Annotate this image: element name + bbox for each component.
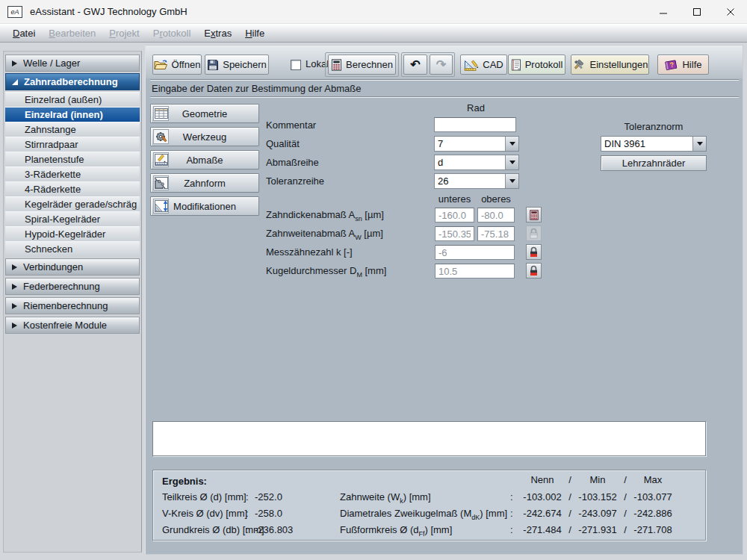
help-button[interactable]: ? Hilfe xyxy=(657,55,709,75)
section-title: Eingabe der Daten zur Bestimmung der Abm… xyxy=(152,83,361,94)
dropdown-button[interactable] xyxy=(505,174,518,188)
qualitaet-select[interactable]: 7 xyxy=(434,136,519,152)
zahnweitenabmass-label: Zahnweitenabmaß AW [µm] xyxy=(266,228,383,239)
collapse-arrow-icon xyxy=(12,323,17,329)
kugeldurchmesser-label: Kugeldurchmesser DM [mm] xyxy=(266,265,386,276)
sidebar-item-spiral-kegelraeder[interactable]: Spiral-Kegelräder xyxy=(5,211,140,226)
undo-button[interactable]: ↶ xyxy=(403,55,427,75)
settings-button[interactable]: Einstellungen xyxy=(571,55,649,75)
collapse-arrow-icon xyxy=(12,284,17,290)
column-header-rad: Rad xyxy=(434,102,518,113)
column-header-unteres: unteres xyxy=(435,193,474,205)
toleranznorm-label: Toleranznorm xyxy=(601,121,707,132)
zahnform-button[interactable]: Zahnform xyxy=(150,173,259,193)
measure-pencil-icon xyxy=(153,152,169,167)
qualitaet-label: Qualität xyxy=(266,138,300,149)
sidebar-group-verbindungen[interactable]: Verbindungen xyxy=(5,258,140,276)
protocol-button[interactable]: Protokoll xyxy=(508,55,565,75)
menu-datei[interactable]: Datei xyxy=(6,26,42,40)
minimize-button[interactable] xyxy=(646,0,680,23)
menu-hilfe[interactable]: Hilfe xyxy=(238,26,271,40)
menu-bearbeiten: Bearbeiten xyxy=(42,26,102,40)
sidebar-item-3-raederkette[interactable]: 3-Räderkette xyxy=(5,167,140,181)
sidebar-group-kostenfreie-module[interactable]: Kostenfreie Module xyxy=(5,317,140,334)
zahnweiten-unteres-input xyxy=(435,226,474,241)
sidebar-group-welle-lager[interactable]: Welle / Lager xyxy=(5,55,140,72)
folder-open-icon xyxy=(154,59,168,71)
lock-closed-red-icon xyxy=(529,265,539,276)
chevron-down-icon xyxy=(509,179,515,183)
column-header-oberes: oberes xyxy=(477,193,515,205)
floppy-disk-icon xyxy=(207,59,219,71)
sidebar-group-zahnradberechnung[interactable]: Zahnradberechnung xyxy=(5,73,140,90)
title-bar: eA eAssistant - GWJ Technology GmbH xyxy=(0,0,747,24)
close-button[interactable] xyxy=(713,0,747,23)
modification-diagram-icon xyxy=(153,199,169,214)
message-area xyxy=(152,421,706,456)
zahndicken-unteres-input xyxy=(435,208,474,223)
calculate-button[interactable]: Berechnen xyxy=(328,55,396,75)
toleranzreihe-label: Toleranzreihe xyxy=(266,175,324,187)
col-nenn: Nenn xyxy=(519,474,565,485)
lock-zahnweiten-button xyxy=(526,225,542,241)
sidebar-item-hypoid-kegelraeder[interactable]: Hypoid-Kegelräder xyxy=(5,226,140,241)
toleranzreihe-select[interactable]: 26 xyxy=(434,173,519,189)
open-button[interactable]: Öffnen xyxy=(152,55,202,75)
calculator-icon xyxy=(331,59,342,71)
menu-projekt: Projekt xyxy=(102,26,146,40)
redo-icon: ↷ xyxy=(436,57,446,72)
sidebar-item-stirnradpaar[interactable]: Stirnradpaar xyxy=(5,137,140,152)
small-calculator-icon xyxy=(530,210,539,220)
sidebar-item-schnecken[interactable]: Schnecken xyxy=(5,241,140,256)
chevron-down-icon xyxy=(509,142,515,146)
geometrie-button[interactable]: Geometrie xyxy=(150,104,259,123)
lock-messzaehnezahl-button[interactable] xyxy=(526,244,542,260)
results-row: Teilkreis Ø (d) [mm] : -252.0 Zahnweite … xyxy=(153,491,705,503)
app-window: eA eAssistant - GWJ Technology GmbH Date… xyxy=(0,0,747,560)
lock-kugeldurchmesser-button[interactable] xyxy=(526,263,542,279)
notepad-icon xyxy=(511,59,521,71)
sidebar-item-einzelrad-innen[interactable]: Einzelrad (innen) xyxy=(5,107,140,122)
kommentar-input[interactable] xyxy=(434,117,516,132)
sidebar-item-kegelraeder[interactable]: Kegelräder gerade/schräg xyxy=(5,196,140,211)
results-row: Grundkreis Ø (db) [mm] : -236.803 Fußfor… xyxy=(153,524,705,536)
calculate-deviations-button[interactable] xyxy=(526,207,542,223)
kugeldurchmesser-input[interactable] xyxy=(435,264,515,279)
cad-button[interactable]: CAD xyxy=(460,55,507,75)
app-icon: eA xyxy=(7,6,22,18)
sidebar-item-4-raederkette[interactable]: 4-Räderkette xyxy=(5,181,140,196)
menu-protokoll: Protokoll xyxy=(146,26,198,40)
workspace: Welle / Lager Zahnradberechnung Einzelra… xyxy=(0,43,747,560)
grid-icon xyxy=(153,106,169,121)
divider xyxy=(150,96,739,98)
abmassreihe-select[interactable]: d xyxy=(434,155,519,170)
sidebar-item-zahnstange[interactable]: Zahnstange xyxy=(5,122,140,137)
cad-drawing-icon xyxy=(464,59,479,71)
save-button[interactable]: Speichern xyxy=(205,55,269,75)
dropdown-button[interactable] xyxy=(692,137,706,151)
collapse-arrow-icon xyxy=(12,60,17,66)
local-checkbox[interactable] xyxy=(291,60,301,70)
werkzeug-button[interactable]: Werkzeug xyxy=(150,127,259,146)
messzaehnezahl-input[interactable] xyxy=(435,245,515,260)
help-book-icon: ? xyxy=(664,59,678,71)
results-header-row: Nenn/Min/Max xyxy=(153,474,705,486)
main-panel: Öffnen Speichern Lokal Berechnen ↶ ↷ CAD xyxy=(145,45,743,555)
sidebar-item-einzelrad-aussen[interactable]: Einzelrad (außen) xyxy=(5,92,140,107)
lock-open-gray-icon xyxy=(529,228,539,239)
dropdown-button[interactable] xyxy=(505,137,518,151)
expand-arrow-icon xyxy=(12,79,18,85)
maximize-icon xyxy=(692,7,701,16)
maximize-button[interactable] xyxy=(680,0,713,23)
abmasse-button[interactable]: Abmaße xyxy=(150,150,259,169)
dropdown-button[interactable] xyxy=(505,155,518,169)
sidebar-group-riemenberechnung[interactable]: Riemenberechnung xyxy=(5,297,140,314)
modifikationen-button[interactable]: Modifikationen xyxy=(150,196,259,216)
sidebar-group-federberechnung[interactable]: Federberechnung xyxy=(5,278,140,295)
zahndickenabmass-label: Zahndickenabmaß Asn [µm] xyxy=(266,209,384,220)
gear-icon xyxy=(153,129,169,144)
sidebar-item-planetenstufe[interactable]: Planetenstufe xyxy=(5,152,140,167)
menu-extras[interactable]: Extras xyxy=(197,26,238,40)
toleranznorm-select[interactable]: DIN 3961 xyxy=(601,136,707,152)
lehrzahnraeder-button[interactable]: Lehrzahnräder xyxy=(601,155,707,171)
